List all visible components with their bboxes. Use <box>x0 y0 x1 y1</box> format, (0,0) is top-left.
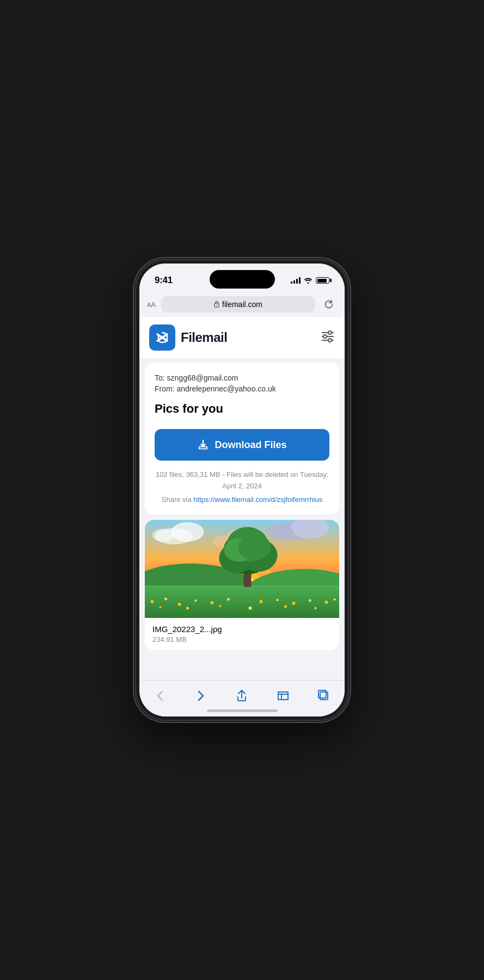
svg-point-29 <box>227 598 230 601</box>
email-from: From: andrelepennec@yahoo.co.uk <box>155 384 329 393</box>
tabs-button[interactable] <box>312 686 336 706</box>
settings-icon[interactable] <box>321 330 335 345</box>
svg-point-35 <box>334 598 336 601</box>
bookmarks-button[interactable] <box>271 686 295 706</box>
svg-point-31 <box>277 599 279 601</box>
svg-point-7 <box>328 339 332 342</box>
url-text: filemail.com <box>222 300 262 309</box>
file-preview-image <box>145 520 339 618</box>
lock-icon <box>214 301 219 309</box>
svg-point-32 <box>292 602 296 605</box>
file-preview-card: IMG_20223_2...jpg 234.91 MB <box>145 520 339 650</box>
svg-point-26 <box>178 603 181 606</box>
share-line: Share via https://www.filemail.com/d/zsj… <box>155 495 329 504</box>
back-button[interactable] <box>148 686 172 706</box>
download-label: Download Files <box>215 439 286 451</box>
svg-point-30 <box>260 600 263 603</box>
svg-point-5 <box>323 335 327 338</box>
download-icon <box>197 439 209 451</box>
page-content: Filemail To: szngg6 <box>139 317 345 680</box>
browser-bar: AA filemail.com <box>139 293 345 317</box>
svg-point-39 <box>249 607 252 610</box>
url-bar[interactable]: filemail.com <box>161 296 315 313</box>
app-header: Filemail <box>139 317 345 358</box>
email-to: To: szngg68@gmail.com <box>155 373 329 382</box>
svg-point-15 <box>267 524 294 540</box>
svg-point-24 <box>151 600 154 603</box>
svg-point-11 <box>171 522 204 542</box>
svg-point-40 <box>284 605 287 608</box>
svg-point-28 <box>211 601 214 604</box>
svg-point-33 <box>309 599 311 602</box>
svg-point-36 <box>160 606 162 608</box>
svg-point-12 <box>152 529 174 542</box>
share-link[interactable]: https://www.filemail.com/d/zsjfoifemrrhi… <box>193 495 322 504</box>
font-size-control[interactable]: AA <box>147 301 156 309</box>
filemail-logo-icon <box>149 324 175 351</box>
signal-icon <box>291 277 301 284</box>
share-prefix: Share via <box>162 495 194 504</box>
email-subject: Pics for you <box>155 402 329 416</box>
dynamic-island <box>210 270 275 289</box>
file-name: IMG_20223_2...jpg <box>152 624 332 634</box>
svg-point-1 <box>216 304 217 305</box>
forward-button[interactable] <box>189 686 213 706</box>
battery-icon <box>316 277 329 284</box>
svg-point-27 <box>195 599 197 602</box>
wifi-icon <box>304 277 313 284</box>
status-time: 9:41 <box>155 275 173 286</box>
email-meta: To: szngg68@gmail.com From: andrelepenne… <box>155 373 329 393</box>
svg-point-34 <box>325 601 328 604</box>
share-button[interactable] <box>230 686 254 706</box>
logo-area: Filemail <box>149 324 227 351</box>
svg-point-41 <box>315 607 317 609</box>
file-size: 234.91 MB <box>152 635 332 644</box>
main-card: To: szngg68@gmail.com From: andrelepenne… <box>145 363 339 514</box>
svg-point-37 <box>186 607 189 609</box>
refresh-button[interactable] <box>321 299 337 309</box>
phone-frame: 9:41 <box>136 260 348 720</box>
home-indicator <box>207 709 278 712</box>
svg-point-3 <box>328 331 332 334</box>
phone-screen: 9:41 <box>139 264 345 716</box>
svg-point-25 <box>164 597 167 600</box>
download-button[interactable]: Download Files <box>155 429 329 461</box>
file-info: 102 files, 363,31 MB - Files will be del… <box>155 469 329 492</box>
svg-rect-8 <box>199 447 207 449</box>
app-name: Filemail <box>181 330 227 345</box>
status-icons <box>291 277 329 284</box>
svg-point-38 <box>219 605 222 607</box>
svg-point-48 <box>238 534 271 560</box>
file-meta: IMG_20223_2...jpg 234.91 MB <box>145 618 339 650</box>
